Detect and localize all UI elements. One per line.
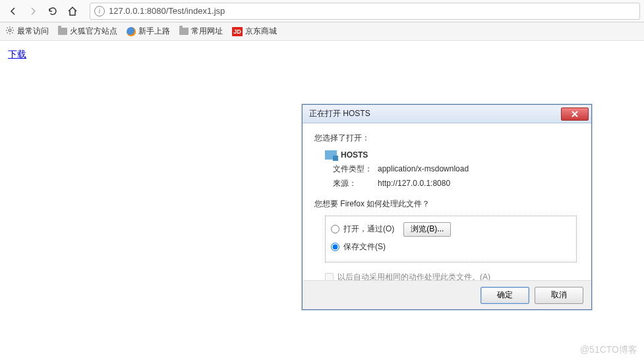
folder-icon — [179, 28, 189, 35]
url-input[interactable] — [109, 6, 635, 16]
gear-icon — [5, 26, 15, 37]
address-bar[interactable]: i — [90, 3, 640, 20]
forward-button[interactable] — [24, 3, 42, 20]
dialog-footer: 确定 取消 — [303, 280, 591, 309]
bookmark-label: 新手上路 — [138, 26, 170, 37]
bookmark-label: 最常访问 — [17, 26, 49, 37]
firefox-icon — [127, 27, 136, 36]
watermark: @51CTO博客 — [580, 344, 637, 356]
bookmark-most-visited[interactable]: 最常访问 — [5, 26, 49, 37]
dialog-titlebar[interactable]: 正在打开 HOSTS — [303, 105, 591, 123]
download-dialog: 正在打开 HOSTS 您选择了打开： HOSTS 文件类型：applicatio… — [302, 104, 592, 310]
svg-point-0 — [9, 29, 11, 32]
bookmarks-toolbar: 最常访问 火狐官方站点 新手上路 常用网址 JD 京东商城 — [0, 22, 644, 41]
bookmark-label: 常用网址 — [191, 26, 223, 37]
open-with-label: 打开，通过(O) — [343, 222, 394, 237]
download-link[interactable]: 下载 — [8, 49, 26, 59]
save-file-radio[interactable] — [331, 243, 339, 251]
source-label: 来源： — [333, 177, 378, 191]
jd-icon: JD — [232, 27, 243, 36]
cancel-button[interactable]: 取消 — [535, 287, 583, 304]
folder-icon — [58, 28, 67, 35]
dialog-body: 您选择了打开： HOSTS 文件类型：application/x-msdownl… — [303, 123, 591, 284]
dialog-title-text: 正在打开 HOSTS — [309, 108, 561, 119]
home-button[interactable] — [63, 3, 82, 20]
browse-button[interactable]: 浏览(B)... — [403, 222, 451, 237]
page-content: 下载 — [0, 41, 644, 69]
bookmark-label: 火狐官方站点 — [70, 26, 117, 37]
close-button[interactable] — [561, 107, 589, 121]
file-type-label: 文件类型： — [333, 162, 378, 177]
reload-button[interactable] — [44, 3, 62, 20]
back-button[interactable] — [4, 3, 22, 20]
you-selected-label: 您选择了打开： — [314, 131, 579, 146]
bookmark-firefox-official[interactable]: 火狐官方站点 — [58, 26, 117, 37]
bookmark-getting-started[interactable]: 新手上路 — [127, 26, 170, 37]
ok-button[interactable]: 确定 — [481, 287, 529, 304]
file-icon — [325, 150, 337, 160]
save-file-label: 保存文件(S) — [343, 240, 386, 255]
file-name: HOSTS — [341, 148, 368, 163]
source-value: http://127.0.0.1:8080 — [378, 179, 450, 188]
bookmark-jd[interactable]: JD 京东商城 — [232, 26, 277, 37]
browser-navbar: i — [0, 0, 644, 22]
open-with-radio[interactable] — [331, 225, 339, 233]
file-type-value: application/x-msdownload — [378, 164, 469, 173]
bookmark-common-sites[interactable]: 常用网址 — [179, 26, 223, 37]
bookmark-label: 京东商城 — [245, 26, 277, 37]
options-group: 打开，通过(O) 浏览(B)... 保存文件(S) — [325, 216, 577, 262]
site-info-icon[interactable]: i — [94, 6, 105, 16]
action-prompt: 您想要 Firefox 如何处理此文件？ — [314, 197, 579, 212]
